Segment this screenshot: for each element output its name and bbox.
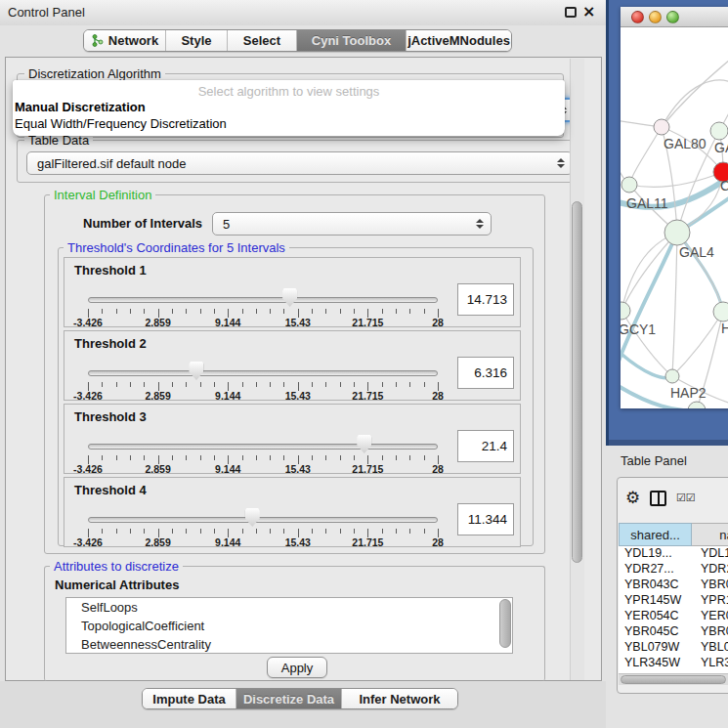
threshold-slider[interactable]: -3.4262.8599.14415.4321.71528 [64, 258, 455, 328]
cell-shared-name[interactable]: YBL079W [619, 640, 692, 656]
network-edge[interactable] [621, 233, 677, 311]
number-of-intervals-spinner[interactable]: 5 [212, 212, 492, 236]
tab-style[interactable]: Style [166, 30, 228, 51]
attribute-list-item[interactable]: BetweennessCentrality [66, 635, 512, 654]
cell-shared-name[interactable]: YPR145W [619, 593, 692, 609]
zoom-traffic-light[interactable] [666, 11, 679, 23]
float-icon[interactable] [565, 7, 577, 18]
slider-tick-label: 15.43 [285, 317, 311, 328]
slider-tick [214, 382, 215, 387]
cell-shared-name[interactable]: YDR27... [619, 562, 692, 578]
slider-track[interactable] [88, 444, 438, 450]
slider-tick [396, 382, 397, 387]
network-node[interactable] [665, 369, 679, 383]
table-row[interactable]: YBR045CYBR0 [619, 624, 728, 640]
tab-impute-data[interactable]: Impute Data [143, 689, 236, 708]
cell-name[interactable]: YPR1 [692, 593, 728, 609]
slider-tick [256, 455, 257, 460]
network-node-label: GAL4 [679, 244, 714, 260]
slider-tick-label: 21.715 [352, 536, 383, 548]
table-hscrollbar[interactable] [619, 673, 728, 685]
slider-handle[interactable] [357, 435, 371, 453]
threshold-slider[interactable]: -3.4262.8599.14415.4321.71528 [64, 478, 455, 548]
table-row[interactable]: YBR043CYBR0 [619, 578, 728, 593]
table-row[interactable]: YPR145WYPR1 [619, 593, 728, 609]
table-row[interactable]: YLR345WYLR3 [619, 656, 728, 671]
network-window-titlebar[interactable] [621, 7, 728, 27]
slider-track[interactable] [88, 297, 438, 303]
dropdown-option-manual[interactable]: Manual Discretization [15, 100, 146, 114]
network-edge[interactable] [672, 233, 677, 376]
close-traffic-light[interactable] [631, 11, 644, 23]
cell-shared-name[interactable]: YLR345W [619, 656, 692, 671]
numerical-attributes-list[interactable]: SelfLoopsTopologicalCoefficientBetweenne… [65, 597, 513, 654]
cell-name[interactable]: YER0 [692, 609, 728, 624]
attribute-list-item[interactable]: SelfLoops [66, 598, 512, 617]
network-node[interactable] [710, 122, 728, 140]
column-header-shared-name[interactable]: shared... [619, 523, 692, 546]
table-row[interactable]: YER054CYER0 [619, 609, 728, 624]
table-hscrollbar-thumb[interactable] [621, 675, 726, 684]
cell-name[interactable]: YBR0 [692, 578, 728, 593]
cell-name[interactable]: YDR2 [692, 562, 728, 578]
cell-name[interactable]: YLR3 [692, 656, 728, 671]
apply-button[interactable]: Apply [267, 657, 327, 678]
top-tab-bar: Network Style Select Cyni Toolbox jActiv… [83, 29, 512, 52]
attributes-list-scrollbar[interactable] [499, 599, 511, 648]
cell-name[interactable]: YBL0 [692, 640, 728, 656]
network-edge[interactable] [662, 55, 728, 127]
network-edge[interactable] [621, 233, 677, 366]
network-edge[interactable] [621, 350, 672, 378]
dropdown-option-equal-width[interactable]: Equal Width/Frequency Discretization [15, 116, 227, 131]
tab-discretize-data[interactable]: Discretize Data [236, 689, 342, 708]
threshold-slider[interactable]: -3.4262.8599.14415.4321.71528 [64, 331, 455, 402]
table-row[interactable]: YDR27...YDR2 [619, 562, 728, 578]
threshold-slider[interactable]: -3.4262.8599.14415.4321.71528 [64, 405, 455, 475]
network-node[interactable] [621, 177, 637, 193]
tab-select[interactable]: Select [228, 30, 297, 51]
column-layout-icon[interactable] [650, 491, 666, 506]
slider-handle[interactable] [282, 288, 297, 307]
network-edge[interactable] [662, 80, 728, 127]
slider-handle[interactable] [245, 508, 260, 527]
slider-tick-label: 9.144 [215, 317, 240, 328]
table-row[interactable]: YBL079WYBL0 [619, 640, 728, 656]
gear-icon[interactable]: ⚙ [625, 488, 640, 507]
tab-cyni-toolbox[interactable]: Cyni Toolbox [297, 30, 407, 51]
network-edge[interactable] [621, 233, 677, 311]
slider-track[interactable] [88, 517, 438, 523]
table-row[interactable]: YDL19...YDL1 [619, 546, 728, 562]
network-edge[interactable] [629, 127, 662, 185]
cell-name[interactable]: YDL1 [692, 546, 728, 562]
cell-shared-name[interactable]: YBR043C [619, 578, 692, 593]
slider-track[interactable] [88, 370, 438, 376]
cell-shared-name[interactable]: YBR045C [619, 624, 692, 640]
network-canvas[interactable]: GAL80GACGAL11GAL4GCY1HHAP2 [621, 27, 728, 408]
network-node[interactable] [654, 119, 669, 135]
network-node[interactable] [621, 302, 630, 320]
network-edge[interactable] [629, 172, 723, 187]
cell-shared-name[interactable]: YDL19... [619, 546, 692, 562]
cell-shared-name[interactable]: YER054C [619, 609, 692, 624]
checkbox-icons[interactable]: ☑☑ [676, 492, 696, 504]
column-header-name[interactable]: name [692, 523, 728, 546]
network-node[interactable] [713, 302, 728, 321]
attribute-list-item[interactable]: TopologicalCoefficient [66, 617, 512, 635]
close-icon[interactable]: × [582, 2, 595, 21]
table-data-combobox[interactable]: galFiltered.sif default node [26, 151, 573, 175]
threshold-value-field[interactable]: 11.344 [457, 503, 514, 535]
threshold-value-field[interactable]: 14.713 [457, 283, 514, 316]
threshold-value-field[interactable]: 6.316 [457, 357, 514, 389]
tab-jactivemnodules[interactable]: jActiveMNodules [407, 30, 511, 51]
slider-tick [102, 529, 103, 534]
slider-tick-label: -3.426 [73, 463, 103, 475]
slider-handle[interactable] [189, 362, 203, 380]
minimize-traffic-light[interactable] [649, 11, 662, 23]
network-node[interactable] [688, 402, 706, 408]
threshold-value-field[interactable]: 21.4 [457, 430, 514, 462]
panel-scrollbar-thumb[interactable] [572, 201, 582, 563]
tab-network[interactable]: Network [84, 30, 166, 51]
tab-infer-network[interactable]: Infer Network [342, 689, 457, 708]
network-node[interactable] [664, 220, 690, 245]
cell-name[interactable]: YBR0 [692, 624, 728, 640]
